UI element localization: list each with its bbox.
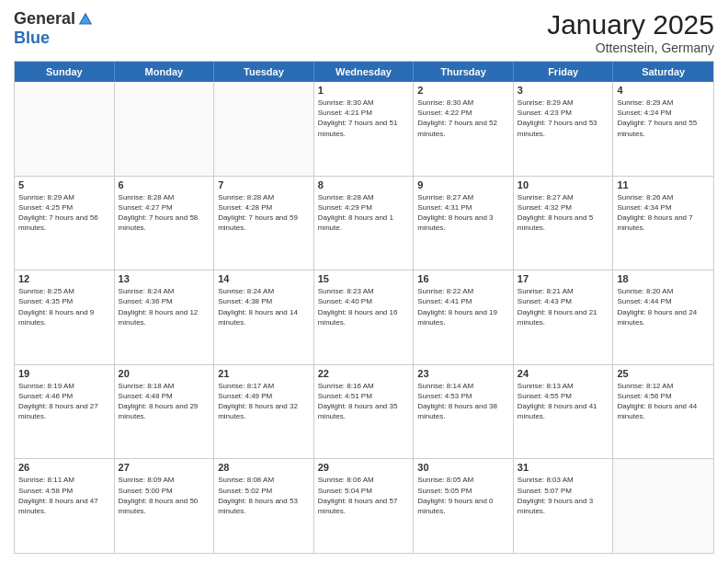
calendar-row-1: 5Sunrise: 8:29 AMSunset: 4:25 PMDaylight… [15,177,713,271]
cell-info: Sunrise: 8:28 AMSunset: 4:27 PMDaylight:… [119,192,210,234]
header-sunday: Sunday [15,62,115,82]
header-friday: Friday [514,62,614,82]
cell-info: Sunrise: 8:13 AMSunset: 4:55 PMDaylight:… [518,381,609,422]
calendar-cell: 26Sunrise: 8:11 AMSunset: 4:58 PMDayligh… [15,459,115,553]
calendar-cell: 2Sunrise: 8:30 AMSunset: 4:22 PMDaylight… [414,82,514,176]
logo-icon [77,11,94,28]
calendar-cell: 10Sunrise: 8:27 AMSunset: 4:32 PMDayligh… [514,177,614,270]
calendar-cell: 21Sunrise: 8:17 AMSunset: 4:49 PMDayligh… [214,365,314,459]
calendar-row-3: 19Sunrise: 8:19 AMSunset: 4:46 PMDayligh… [15,365,713,460]
day-number: 2 [417,85,509,96]
calendar-cell: 3Sunrise: 8:29 AMSunset: 4:23 PMDaylight… [514,82,614,176]
day-number: 16 [417,273,509,284]
calendar-body: 1Sunrise: 8:30 AMSunset: 4:21 PMDaylight… [15,82,713,553]
header-thursday: Thursday [414,62,514,82]
calendar-header: Sunday Monday Tuesday Wednesday Thursday… [15,62,713,82]
month-title: January 2025 [547,9,714,40]
calendar-cell: 12Sunrise: 8:25 AMSunset: 4:35 PMDayligh… [15,270,115,364]
day-number: 12 [18,273,110,284]
calendar-cell: 31Sunrise: 8:03 AMSunset: 5:07 PMDayligh… [514,459,614,553]
calendar-cell: 29Sunrise: 8:06 AMSunset: 5:04 PMDayligh… [314,459,415,553]
cell-info: Sunrise: 8:24 AMSunset: 4:36 PMDaylight:… [119,286,210,327]
calendar-cell: 4Sunrise: 8:29 AMSunset: 4:24 PMDaylight… [613,82,713,176]
day-number: 14 [218,273,310,284]
cell-info: Sunrise: 8:29 AMSunset: 4:23 PMDaylight:… [518,98,609,139]
calendar-cell: 20Sunrise: 8:18 AMSunset: 4:48 PMDayligh… [115,365,215,459]
cell-info: Sunrise: 8:18 AMSunset: 4:48 PMDaylight:… [119,381,210,422]
calendar-row-2: 12Sunrise: 8:25 AMSunset: 4:35 PMDayligh… [15,270,713,365]
day-number: 7 [218,179,310,190]
calendar-cell: 7Sunrise: 8:28 AMSunset: 4:28 PMDaylight… [214,177,314,270]
calendar-cell: 16Sunrise: 8:22 AMSunset: 4:41 PMDayligh… [414,270,514,364]
header: General Blue January 2025 Ottenstein, Ge… [14,9,714,55]
cell-info: Sunrise: 8:17 AMSunset: 4:49 PMDaylight:… [218,381,310,422]
logo-general: General [14,9,75,29]
calendar-cell: 6Sunrise: 8:28 AMSunset: 4:27 PMDaylight… [115,177,215,270]
day-number: 20 [119,368,210,379]
calendar-cell: 23Sunrise: 8:14 AMSunset: 4:53 PMDayligh… [414,365,514,459]
calendar-cell [613,459,713,553]
calendar: Sunday Monday Tuesday Wednesday Thursday… [14,61,714,554]
day-number: 9 [417,179,509,190]
calendar-cell: 22Sunrise: 8:16 AMSunset: 4:51 PMDayligh… [314,365,415,459]
day-number: 24 [518,368,609,379]
calendar-cell: 1Sunrise: 8:30 AMSunset: 4:21 PMDaylight… [314,82,415,176]
cell-info: Sunrise: 8:30 AMSunset: 4:22 PMDaylight:… [417,98,509,139]
calendar-cell: 14Sunrise: 8:24 AMSunset: 4:38 PMDayligh… [214,270,314,364]
cell-info: Sunrise: 8:26 AMSunset: 4:34 PMDaylight:… [617,192,710,234]
day-number: 19 [18,368,110,379]
calendar-row-4: 26Sunrise: 8:11 AMSunset: 4:58 PMDayligh… [15,459,713,553]
day-number: 15 [318,273,410,284]
cell-info: Sunrise: 8:23 AMSunset: 4:40 PMDaylight:… [318,286,410,327]
calendar-cell: 25Sunrise: 8:12 AMSunset: 4:56 PMDayligh… [613,365,713,459]
day-number: 30 [417,462,509,473]
calendar-cell: 15Sunrise: 8:23 AMSunset: 4:40 PMDayligh… [314,270,415,364]
header-saturday: Saturday [613,62,713,82]
day-number: 25 [617,368,710,379]
cell-info: Sunrise: 8:28 AMSunset: 4:29 PMDaylight:… [318,192,410,234]
title-block: January 2025 Ottenstein, Germany [547,9,714,55]
header-monday: Monday [115,62,215,82]
day-number: 1 [318,85,410,96]
cell-info: Sunrise: 8:29 AMSunset: 4:25 PMDaylight:… [18,192,110,234]
calendar-cell [115,82,215,176]
cell-info: Sunrise: 8:09 AMSunset: 5:00 PMDaylight:… [119,475,210,516]
header-tuesday: Tuesday [214,62,314,82]
cell-info: Sunrise: 8:21 AMSunset: 4:43 PMDaylight:… [518,286,609,327]
logo: General Blue [14,9,94,48]
day-number: 13 [119,273,210,284]
header-wednesday: Wednesday [314,62,415,82]
logo-blue: Blue [14,29,50,47]
cell-info: Sunrise: 8:14 AMSunset: 4:53 PMDaylight:… [417,381,509,422]
cell-info: Sunrise: 8:30 AMSunset: 4:21 PMDaylight:… [318,98,410,139]
day-number: 10 [518,179,609,190]
cell-info: Sunrise: 8:28 AMSunset: 4:28 PMDaylight:… [218,192,310,234]
cell-info: Sunrise: 8:22 AMSunset: 4:41 PMDaylight:… [417,286,509,327]
day-number: 23 [417,368,509,379]
cell-info: Sunrise: 8:12 AMSunset: 4:56 PMDaylight:… [617,381,710,422]
calendar-cell: 13Sunrise: 8:24 AMSunset: 4:36 PMDayligh… [115,270,215,364]
day-number: 29 [318,462,410,473]
day-number: 27 [119,462,210,473]
cell-info: Sunrise: 8:03 AMSunset: 5:07 PMDaylight:… [518,475,609,516]
calendar-cell: 19Sunrise: 8:19 AMSunset: 4:46 PMDayligh… [15,365,115,459]
calendar-cell [15,82,115,176]
calendar-cell: 8Sunrise: 8:28 AMSunset: 4:29 PMDaylight… [314,177,415,270]
cell-info: Sunrise: 8:19 AMSunset: 4:46 PMDaylight:… [18,381,110,422]
page: General Blue January 2025 Ottenstein, Ge… [0,0,728,563]
cell-info: Sunrise: 8:24 AMSunset: 4:38 PMDaylight:… [218,286,310,327]
day-number: 5 [18,179,110,190]
cell-info: Sunrise: 8:11 AMSunset: 4:58 PMDaylight:… [18,475,110,516]
calendar-cell: 30Sunrise: 8:05 AMSunset: 5:05 PMDayligh… [414,459,514,553]
day-number: 4 [617,85,710,96]
day-number: 11 [617,179,710,190]
cell-info: Sunrise: 8:06 AMSunset: 5:04 PMDaylight:… [318,475,410,516]
calendar-cell: 18Sunrise: 8:20 AMSunset: 4:44 PMDayligh… [613,270,713,364]
cell-info: Sunrise: 8:20 AMSunset: 4:44 PMDaylight:… [617,286,710,327]
day-number: 17 [518,273,609,284]
calendar-cell: 5Sunrise: 8:29 AMSunset: 4:25 PMDaylight… [15,177,115,270]
cell-info: Sunrise: 8:16 AMSunset: 4:51 PMDaylight:… [318,381,410,422]
calendar-cell: 27Sunrise: 8:09 AMSunset: 5:00 PMDayligh… [115,459,215,553]
cell-info: Sunrise: 8:08 AMSunset: 5:02 PMDaylight:… [218,475,310,516]
day-number: 31 [518,462,609,473]
